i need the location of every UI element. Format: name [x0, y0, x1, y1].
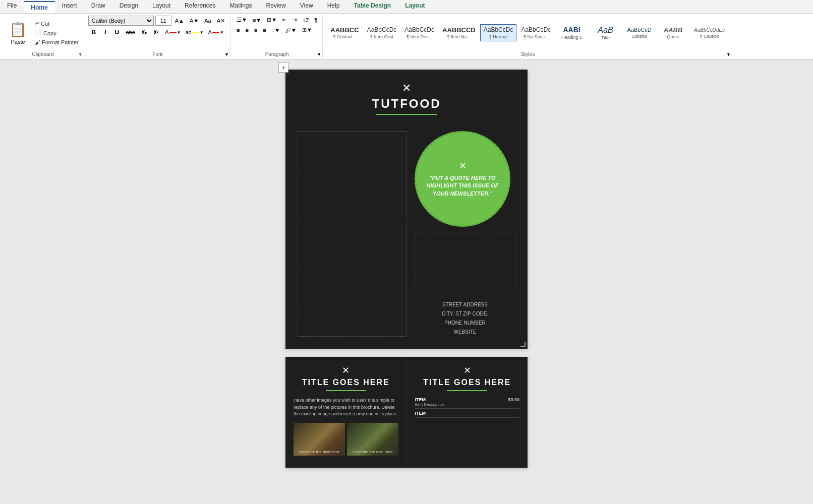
highlight-color-bar — [192, 32, 199, 33]
style-normal[interactable]: AaBbCcDc ¶ Normal — [480, 24, 517, 41]
font-color-dropdown-icon[interactable]: ▼ — [220, 30, 224, 35]
font-color-icon: A — [208, 29, 212, 35]
style-contact[interactable]: AABBCC ¶ Contact... — [327, 24, 362, 42]
style-normal-preview: AaBbCcDc — [484, 26, 513, 33]
align-right-button[interactable]: ≡ — [252, 26, 259, 34]
paste-button[interactable]: 📋 Paste — [5, 19, 31, 47]
text-color-dropdown-icon[interactable]: ▼ — [177, 30, 181, 35]
menu-item-1-price[interactable]: $0.00 — [508, 397, 519, 402]
food-image-1[interactable]: Describe the dish here — [294, 423, 345, 456]
cover-header: ✕ TUTFOOD — [372, 82, 441, 123]
styles-expander-icon[interactable]: ▼ — [726, 52, 731, 57]
address-line1: STREET ADDRESS — [415, 300, 515, 309]
shading-button[interactable]: 🖊▼ — [283, 26, 299, 34]
page1-resize-handle[interactable] — [520, 342, 526, 347]
menu-item-1-name[interactable]: ITEM — [415, 397, 444, 402]
clipboard-expander-icon[interactable]: ▼ — [78, 52, 83, 57]
tab-design[interactable]: Design — [112, 0, 145, 13]
food-images: Describe the dish here Describe the dish… — [294, 423, 398, 456]
cut-button[interactable]: ✂ Cut — [33, 19, 81, 28]
font-expander-icon[interactable]: ▼ — [224, 52, 229, 57]
cover-address: STREET ADDRESS CITY, ST ZIP CODE. PHONE … — [415, 300, 515, 337]
style-heading1-preview: AABl — [563, 26, 580, 34]
strikethrough-button[interactable]: abc — [123, 28, 138, 37]
bullet-list-button[interactable]: ☰▼ — [235, 16, 249, 24]
quote-text[interactable]: "PUT A QUOTE HERE TO HIGHLIGHT THIS ISSU… — [426, 174, 499, 198]
highlight-dropdown-icon[interactable]: ▼ — [200, 30, 204, 35]
numbered-list-button[interactable]: ≡▼ — [251, 16, 263, 24]
page2-col1: ✕ TITLE GOES HERE Have other images you … — [285, 357, 407, 468]
style-subtitle[interactable]: AaBbCcD Subtitle — [623, 25, 656, 41]
style-no-spacing[interactable]: AaBbCcDc ¶ No Spac... — [517, 24, 554, 41]
col1-title[interactable]: TITLE GOES HERE — [302, 378, 390, 387]
cover-image-box[interactable] — [415, 233, 515, 288]
style-quote[interactable]: AABB Quote — [657, 24, 689, 42]
format-painter-button[interactable]: 🖌 Format Painter — [33, 38, 81, 46]
decrease-indent-button[interactable]: ⇤ — [280, 16, 289, 24]
font-color-button[interactable]: A ▼ — [206, 28, 226, 36]
tab-home[interactable]: Home — [24, 1, 54, 13]
superscript-button[interactable]: X² — [150, 28, 161, 37]
tab-table-design[interactable]: Table Design — [346, 0, 398, 13]
clear-formatting-button[interactable]: A✕ — [215, 17, 227, 25]
italic-button[interactable]: I — [100, 27, 111, 37]
tab-insert[interactable]: Insert — [55, 0, 84, 13]
tab-help[interactable]: Help — [320, 0, 347, 13]
food-image-2[interactable]: Describe the dish here — [347, 423, 398, 456]
cut-icon: ✂ — [35, 20, 39, 27]
styles-area: AABBCC ¶ Contact... AaBbCcDc ¶ Item Cost… — [327, 23, 729, 42]
bold-button[interactable]: B — [88, 27, 99, 37]
align-left-button[interactable]: ≡ — [235, 26, 242, 34]
menu-item-2-name[interactable]: ITEM — [415, 411, 426, 416]
style-no-spacing-preview: AaBbCcDc — [521, 26, 551, 33]
line-spacing-button[interactable]: ↕▼ — [270, 26, 282, 34]
subscript-button[interactable]: X₂ — [139, 28, 150, 37]
align-center-button[interactable]: ≡ — [243, 26, 250, 34]
tab-draw[interactable]: Draw — [84, 0, 112, 13]
highlight-color-button[interactable]: ab ▼ — [183, 28, 205, 36]
style-title[interactable]: AaB Title — [589, 23, 622, 42]
brand-name: TUTFOOD — [372, 97, 441, 111]
cover-left-placeholder[interactable] — [298, 131, 406, 337]
show-hide-button[interactable]: ¶ — [312, 16, 319, 24]
tab-references[interactable]: References — [178, 0, 222, 13]
style-caption[interactable]: AaBbCcDdEe ¶ Caption — [690, 25, 729, 41]
font-group: Calibri (Body) A▲ A▼ Aa A✕ B I U abc X₂ … — [85, 15, 230, 58]
col2-title[interactable]: TITLE GOES HERE — [423, 378, 511, 387]
sort-button[interactable]: ↕Z — [301, 16, 311, 24]
style-item-design[interactable]: AaBbCcDc ¶ Item Des... — [401, 24, 438, 41]
paragraph-group-label: Paragraph — [231, 51, 322, 57]
style-contact-preview: AABBCC — [330, 26, 359, 34]
text-color-button[interactable]: A ▼ — [163, 28, 183, 36]
font-name-row: Calibri (Body) A▲ A▼ Aa A✕ — [88, 16, 227, 26]
paragraph-expander-icon[interactable]: ▼ — [317, 52, 321, 57]
list-row: ☰▼ ≡▼ ⊞▼ ⇤ ⇥ ↕Z ¶ — [235, 16, 319, 24]
tab-layout2[interactable]: Layout — [398, 0, 432, 13]
tab-mailings[interactable]: Mailings — [222, 0, 259, 13]
font-size-input[interactable] — [155, 16, 171, 26]
font-size-increase-button[interactable]: A▲ — [173, 17, 186, 25]
page-add-button[interactable]: + — [278, 62, 288, 73]
col1-text[interactable]: Have other images you wish to use? It is… — [294, 397, 398, 418]
style-item-cost[interactable]: AaBbCcDc ¶ Item Cost — [364, 24, 400, 41]
tab-layout[interactable]: Layout — [145, 0, 178, 13]
copy-button[interactable]: 📄 Copy — [33, 29, 81, 37]
copy-icon: 📄 — [35, 30, 42, 36]
col1-icon: ✕ — [342, 365, 350, 376]
style-heading1[interactable]: AABl Heading 1 — [555, 24, 588, 42]
borders-button[interactable]: ⊞▼ — [300, 26, 314, 34]
font-family-select[interactable]: Calibri (Body) — [88, 16, 154, 26]
tab-view[interactable]: View — [293, 0, 320, 13]
tab-file[interactable]: File — [0, 0, 24, 13]
font-size-decrease-button[interactable]: A▼ — [188, 17, 201, 25]
change-case-button[interactable]: Aa — [202, 17, 213, 25]
style-caption-label: ¶ Caption — [700, 34, 719, 39]
style-heading1-label: Heading 1 — [561, 35, 582, 40]
justify-button[interactable]: ≡ — [261, 26, 268, 34]
tab-review[interactable]: Review — [259, 0, 293, 13]
multilevel-list-button[interactable]: ⊞▼ — [265, 16, 279, 24]
increase-indent-button[interactable]: ⇥ — [291, 16, 299, 24]
menu-item-1-desc[interactable]: Item Description — [415, 402, 444, 407]
underline-button[interactable]: U — [111, 27, 123, 37]
style-item-name[interactable]: AABBCCD ¶ Item Na... — [439, 24, 479, 42]
